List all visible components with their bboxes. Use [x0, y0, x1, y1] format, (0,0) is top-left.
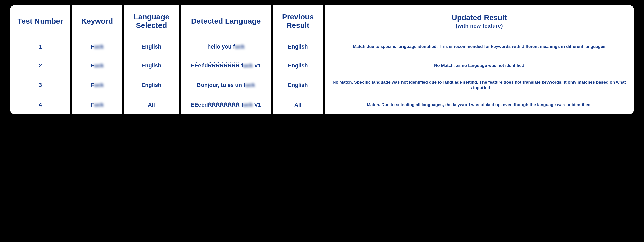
- cell-keyword: Fuck: [72, 56, 122, 75]
- kw-blur: uck: [94, 102, 104, 108]
- kw-blur: uck: [94, 62, 104, 69]
- cell-detected-language: hello you fuck: [181, 37, 271, 56]
- kw-blur: uck: [94, 43, 104, 50]
- kw-clear: F: [91, 43, 94, 50]
- header-label: Updated Result: [452, 13, 507, 22]
- col-header-updated-result: Updated Result (with new feature): [325, 5, 634, 37]
- cell-detected-language: Bonjour, tu es un fuck: [181, 75, 271, 95]
- header-label: Keyword: [81, 17, 113, 26]
- cell-detected-language: EÉeédŘŘŘŘŘŘŘŘ fuck V1: [181, 95, 271, 114]
- value: 4: [39, 102, 42, 108]
- col-header-test-number: Test Number: [10, 5, 70, 37]
- col-header-keyword: Keyword: [72, 5, 122, 37]
- value: English: [141, 43, 161, 50]
- value: English: [288, 43, 308, 50]
- kw-blur: uck: [94, 82, 104, 88]
- cell-previous-result: English: [273, 37, 323, 56]
- header-sublabel: (with new feature): [452, 23, 507, 29]
- cell-test-number: 3: [10, 75, 70, 95]
- det-blur: uck: [243, 62, 253, 69]
- kw-clear: F: [91, 62, 94, 69]
- col-header-detected-language: Detected Language: [181, 5, 271, 37]
- det-blur: uck: [246, 82, 255, 88]
- cell-updated-result: Match due to specific language identifie…: [325, 37, 634, 56]
- cell-previous-result: English: [273, 56, 323, 75]
- cell-test-number: 2: [10, 56, 70, 75]
- value: English: [141, 62, 161, 69]
- value: English: [141, 82, 161, 88]
- value: English: [288, 82, 308, 88]
- value: All: [148, 102, 155, 108]
- cell-keyword: Fuck: [72, 95, 122, 114]
- value: No Match. Specific language was not iden…: [331, 80, 627, 91]
- cell-updated-result: Match. Due to selecting all languages, t…: [325, 95, 634, 114]
- det-post: V1: [253, 102, 261, 108]
- cell-test-number: 4: [10, 95, 70, 114]
- value: 3: [39, 82, 42, 88]
- value: English: [288, 62, 308, 69]
- det-pre: Bonjour, tu es un f: [197, 82, 245, 88]
- det-post: V1: [253, 62, 261, 69]
- cell-keyword: Fuck: [72, 37, 122, 56]
- header-label: Language Selected: [129, 13, 174, 30]
- header-label: Previous Result: [278, 13, 318, 30]
- cell-test-number: 1: [10, 37, 70, 56]
- header-label: Detected Language: [191, 17, 261, 26]
- cell-updated-result: No Match, as no language was not identif…: [325, 56, 634, 75]
- det-pre: hello you f: [207, 43, 235, 50]
- det-pre: EÉeédŘŘŘŘŘŘŘŘ f: [191, 62, 243, 69]
- results-table: Test Number Keyword Language Selected De…: [10, 5, 634, 114]
- det-pre: EÉeédŘŘŘŘŘŘŘŘ f: [191, 102, 243, 108]
- cell-language-selected: English: [124, 75, 179, 95]
- cell-detected-language: EÉeédŘŘŘŘŘŘŘŘ fuck V1: [181, 56, 271, 75]
- cell-language-selected: All: [124, 95, 179, 114]
- cell-language-selected: English: [124, 37, 179, 56]
- cell-language-selected: English: [124, 56, 179, 75]
- cell-keyword: Fuck: [72, 75, 122, 95]
- col-header-language-selected: Language Selected: [124, 5, 179, 37]
- cell-previous-result: English: [273, 75, 323, 95]
- det-blur: uck: [235, 43, 245, 50]
- cell-updated-result: No Match. Specific language was not iden…: [325, 75, 634, 95]
- header-label: Test Number: [17, 17, 63, 26]
- value: Match. Due to selecting all languages, t…: [367, 102, 592, 108]
- cell-previous-result: All: [273, 95, 323, 114]
- col-header-previous-result: Previous Result: [273, 5, 323, 37]
- kw-clear: F: [91, 102, 94, 108]
- value: No Match, as no language was not identif…: [434, 63, 524, 68]
- value: Match due to specific language identifie…: [353, 44, 606, 50]
- kw-clear: F: [91, 82, 94, 88]
- value: All: [294, 102, 301, 108]
- value: 1: [39, 43, 42, 50]
- det-blur: uck: [243, 102, 253, 108]
- value: 2: [39, 62, 42, 69]
